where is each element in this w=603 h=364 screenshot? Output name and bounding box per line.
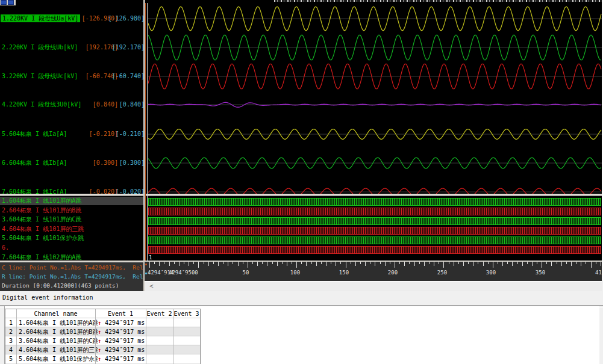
axis-tick	[463, 262, 464, 266]
row-number: 4	[5, 345, 16, 354]
axis-tick	[189, 262, 189, 266]
axis-tick	[419, 262, 420, 264]
axis-tick	[223, 262, 223, 264]
r-cursor-value: [0.840]	[102, 100, 143, 108]
axis-tick	[360, 262, 361, 264]
axis-tick-label: 100	[290, 270, 300, 276]
r-cursor-line[interactable]	[147, 3, 148, 261]
r-cursor-value: [192.170]	[102, 43, 143, 51]
axis-tick	[233, 262, 233, 264]
digital-channel-label[interactable]: 6.	[2, 244, 9, 252]
axis-tick	[316, 262, 317, 266]
axis-tick	[512, 262, 513, 266]
axis-tick	[493, 262, 493, 268]
table-row[interactable]: Channel nameEvent 1Event 2Event 3	[5, 309, 200, 318]
axis-tick-label: 350	[536, 270, 545, 276]
table-gridline	[95, 309, 96, 364]
c-line-status: C line: Point No.=1,Abs T=4294917ms, Rel…	[2, 264, 143, 271]
analog-channel-label[interactable]: 6.604柘泉 I 线Ib[A]	[2, 159, 67, 167]
table-row[interactable]: 55.604柘泉 I 线101保护永跳↑ 4294″917 ms	[5, 354, 200, 363]
axis-tick	[159, 262, 160, 266]
analog-channel-label[interactable]: 3.220KV I 段母线Uc[kV]	[2, 72, 78, 80]
digital-channel-label[interactable]: 5.604柘泉 I 线101保护永跳	[2, 234, 84, 242]
event2-cell	[146, 345, 173, 354]
analog-channel-row[interactable]: 4.220KV I 段母线3U0[kV][0.840][0.840]	[0, 100, 143, 108]
row-number: 5	[5, 354, 16, 363]
axis-tick-label: 50	[243, 270, 249, 276]
digital-channel-row[interactable]: 5.604柘泉 I 线101保护永跳	[0, 234, 143, 242]
duration-status: Duration [0:00.412000](463 points)	[2, 282, 119, 289]
column-header: Event 2	[146, 309, 173, 318]
digital-channel-row[interactable]: 6.	[0, 244, 143, 252]
r-cursor-value: [-60.740]	[102, 72, 143, 80]
analog-channel-label[interactable]: 2.220KV I 段母线Ub[kV]	[2, 43, 78, 51]
event3-cell	[173, 318, 200, 327]
event-table[interactable]: Channel nameEvent 1Event 2Event 311.604柘…	[5, 309, 201, 364]
digital-state-value: 1	[149, 254, 152, 261]
table-row[interactable]: 33.604柘泉 I 线101屏的C跳↑ 4294″917 ms	[5, 336, 200, 345]
event3-cell	[173, 336, 200, 345]
c-cursor-line[interactable]	[145, 3, 146, 261]
event-info-section: Digital event information Channel nameEv…	[0, 291, 603, 364]
table-row[interactable]: 22.604柘泉 I 线101屏的B跳↑ 4294″917 ms	[5, 327, 200, 336]
table-row[interactable]: 44.604柘泉 I 线101屏的三跳↑ 4294″917 ms	[5, 345, 200, 354]
time-axis-ruler[interactable]: 4294″9144294″95005010015020025030035041	[145, 262, 602, 281]
r-line-status: R line: Point No.=1,Abs T=4294917ms, Rel…	[2, 273, 143, 280]
axis-tick	[449, 262, 449, 264]
digital-channel-label[interactable]: 7.604柘泉 I 线102屏的A跳	[2, 253, 81, 261]
event1-cell: ↑ 4294″917 ms	[95, 354, 148, 363]
axis-tick	[571, 262, 572, 266]
rising-edge-arrow-icon: ↑	[98, 338, 105, 344]
axis-tick	[355, 262, 356, 266]
axis-tick	[208, 262, 209, 266]
analog-channel-label[interactable]: 5.604柘泉 I 线Ia[A]	[2, 130, 67, 138]
axis-tick	[586, 262, 586, 264]
digital-channel-label[interactable]: 2.604柘泉 I 线101屏的B跳	[2, 206, 81, 215]
axis-tick	[566, 262, 567, 264]
axis-tick	[478, 262, 478, 264]
digital-channel-row[interactable]: 4.604柘泉 I 线101屏的三跳	[0, 225, 143, 233]
axis-tick	[439, 262, 439, 264]
axis-tick	[434, 262, 434, 266]
axis-tick	[204, 262, 204, 264]
event-channel-name: 4.604柘泉 I 线101屏的三跳	[16, 345, 98, 354]
axis-tick-label: 41	[595, 270, 602, 276]
axis-tick	[292, 262, 292, 264]
digital-channel-row[interactable]: 7.604柘泉 I 线102屏的A跳	[0, 253, 143, 261]
axis-tick-label: 300	[486, 270, 496, 276]
analog-waveform-plot[interactable]	[148, 3, 602, 194]
analog-channel-label[interactable]: 4.220KV I 段母线3U0[kV]	[2, 100, 81, 108]
digital-channel-label[interactable]: 4.604柘泉 I 线101屏的三跳	[2, 225, 84, 233]
axis-tick	[395, 262, 395, 268]
analog-channel-row[interactable]: 6.604柘泉 I 线Ib[A][0.300][0.300]	[0, 159, 143, 167]
analog-digital-splitter[interactable]	[0, 194, 602, 196]
axis-tick	[517, 262, 518, 264]
axis-tick	[591, 262, 592, 268]
toolbar-nav-button-1[interactable]	[1, 0, 7, 5]
digital-channel-label[interactable]: 1.604柘泉 I 线101屏的A跳	[2, 197, 81, 205]
analog-channel-row[interactable]: 1.220KV I 段母线Ua[kV][-126.980][-126.980]	[0, 14, 143, 22]
toolbar-nav-button-2[interactable]	[8, 0, 14, 5]
horizontal-scrollbar[interactable]: <	[145, 281, 602, 292]
analog-channel-label[interactable]: 1.220KV I 段母线Ua[kV]	[1, 14, 80, 22]
digital-channel-row[interactable]: 3.604柘泉 I 线101屏的C跳	[0, 215, 143, 224]
analog-channel-row[interactable]: 3.220KV I 段母线Uc[kV][-60.740][-60.740]	[0, 72, 143, 80]
rising-edge-arrow-icon: ↑	[98, 319, 105, 326]
scroll-left-arrow-icon[interactable]: <	[149, 282, 154, 291]
axis-tick	[498, 262, 498, 264]
axis-tick	[149, 262, 150, 268]
analog-channel-row[interactable]: 2.220KV I 段母线Ub[kV][192.170][192.170]	[0, 43, 143, 51]
axis-tick	[375, 262, 375, 266]
analog-channel-row[interactable]: 5.604柘泉 I 线Ia[A][-0.210][-0.210]	[0, 130, 143, 138]
axis-tick	[164, 262, 164, 264]
digital-channel-label[interactable]: 3.604柘泉 I 线101屏的C跳	[2, 215, 81, 224]
axis-tick	[238, 262, 239, 266]
event1-cell: ↑ 4294″917 ms	[95, 336, 148, 345]
table-row[interactable]: 11.604柘泉 I 线101屏的A跳↑ 4294″917 ms	[5, 318, 200, 327]
digital-channel-row[interactable]: 1.604柘泉 I 线101屏的A跳	[0, 197, 143, 205]
axis-tick	[385, 262, 386, 266]
digital-channel-row[interactable]: 2.604柘泉 I 线101屏的B跳	[0, 206, 143, 215]
axis-tick	[414, 262, 415, 266]
event1-time: 4294″917 ms	[105, 319, 145, 326]
axis-tick	[483, 262, 484, 266]
